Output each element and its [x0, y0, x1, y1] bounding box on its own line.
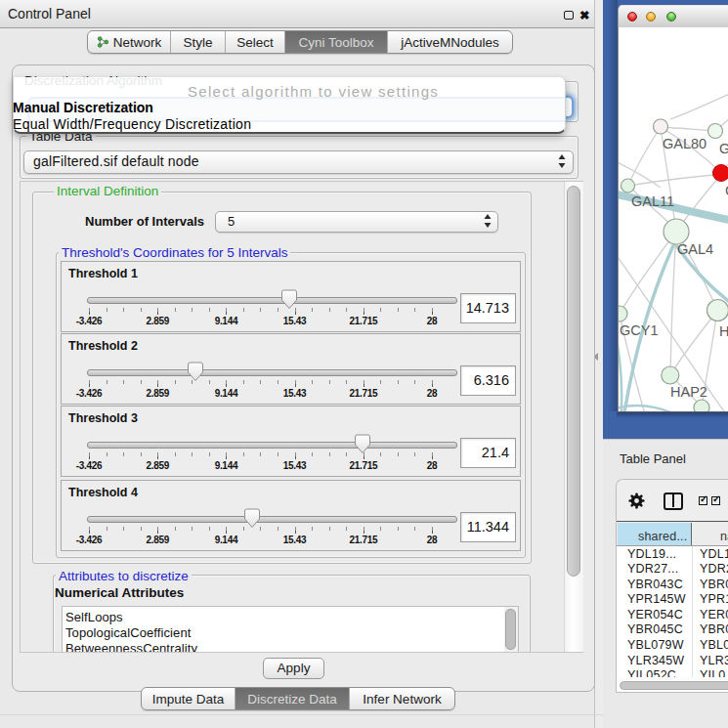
svg-text:GA: GA [719, 141, 728, 156]
svg-text:GAL4: GAL4 [677, 241, 713, 257]
svg-text:GCY1: GCY1 [620, 322, 659, 338]
svg-text:GAL11: GAL11 [631, 193, 674, 209]
svg-text:H: H [719, 323, 728, 339]
svg-text:HAP2: HAP2 [670, 384, 707, 400]
svg-text:GAL80: GAL80 [663, 136, 707, 151]
